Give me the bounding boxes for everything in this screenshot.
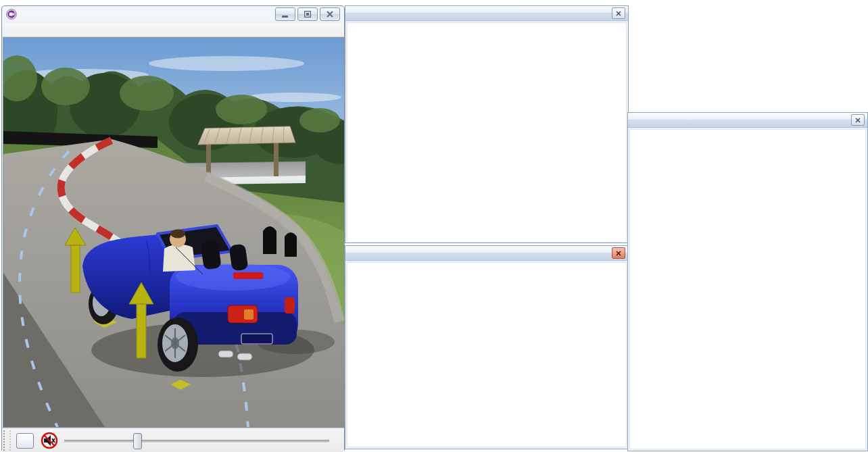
traj-body xyxy=(629,129,866,449)
vf-titlebar[interactable] xyxy=(345,6,628,21)
vertical-forces-window xyxy=(345,5,629,243)
vs-visualizer-window xyxy=(1,5,345,451)
trajectory-window xyxy=(627,112,868,451)
traj-x-axis-label xyxy=(630,435,865,449)
menu-playback[interactable] xyxy=(26,28,39,31)
menu-plot[interactable] xyxy=(39,28,51,31)
menu-bar xyxy=(2,22,344,37)
roll-hoop xyxy=(263,226,276,254)
traj-chart-title xyxy=(630,130,865,147)
third-brake-light xyxy=(233,272,263,279)
traj-titlebar[interactable] xyxy=(628,113,867,128)
ge-titlebar[interactable] xyxy=(345,246,628,261)
slider-track[interactable] xyxy=(64,440,329,443)
3d-viewport[interactable] xyxy=(3,37,345,428)
maximize-button[interactable] xyxy=(297,7,318,21)
traj-y-unit-label xyxy=(630,147,865,162)
menu-help[interactable] xyxy=(63,28,75,31)
resize-grip[interactable] xyxy=(3,430,11,451)
exhaust-left xyxy=(218,351,233,357)
speaker-muted-icon xyxy=(41,432,58,449)
ge-body xyxy=(347,262,627,447)
slider-thumb[interactable] xyxy=(133,433,142,449)
ge-y-unit-label xyxy=(347,280,626,295)
ground-elevation-window xyxy=(345,245,629,449)
menu-view[interactable] xyxy=(14,28,26,31)
scene xyxy=(3,38,344,427)
minimize-button[interactable] xyxy=(275,7,295,21)
ge-close-button[interactable] xyxy=(612,247,625,259)
play-button[interactable] xyxy=(16,433,34,449)
close-button[interactable] xyxy=(320,7,340,21)
traj-plot[interactable] xyxy=(630,162,867,432)
ge-chart-title xyxy=(347,263,626,280)
timeline-slider[interactable] xyxy=(64,433,329,448)
menu-file[interactable] xyxy=(2,28,14,31)
ge-plot[interactable] xyxy=(347,295,627,430)
app-icon xyxy=(6,9,17,20)
vf-body xyxy=(347,22,627,243)
traj-close-button[interactable] xyxy=(851,114,865,126)
taillight-right xyxy=(285,297,295,313)
license-plate xyxy=(241,334,272,344)
vf-plot[interactable] xyxy=(347,55,627,226)
ge-x-axis-label xyxy=(347,433,626,447)
vf-y-unit-label xyxy=(347,41,626,55)
exhaust-right xyxy=(237,353,252,360)
vf-close-button[interactable] xyxy=(612,7,625,19)
main-titlebar[interactable] xyxy=(2,6,344,22)
mute-button[interactable] xyxy=(40,431,59,450)
vf-x-axis-label xyxy=(347,228,626,242)
vf-chart-title xyxy=(347,23,626,41)
menu-tools[interactable] xyxy=(51,28,63,31)
playback-bar xyxy=(2,428,344,452)
